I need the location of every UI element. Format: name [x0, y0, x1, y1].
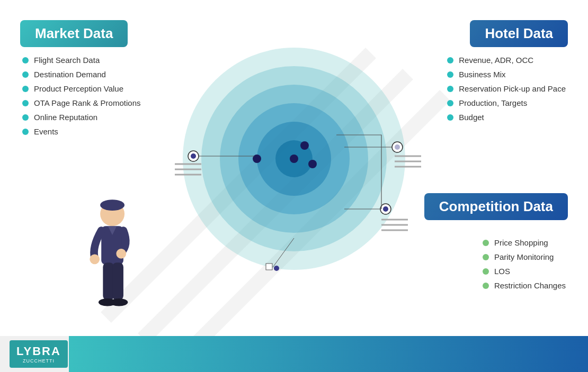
list-item: Reservation Pick-up and Pace [447, 84, 566, 93]
bottom-bar: LYBRA ZUCCHETTI [0, 336, 588, 372]
svg-point-42 [110, 298, 128, 306]
bullet-dot [447, 114, 453, 121]
bullet-dot [22, 71, 29, 78]
svg-point-37 [90, 254, 100, 264]
list-item: OTA Page Rank & Promotions [22, 98, 140, 107]
bullet-dot [447, 100, 453, 106]
radar-diagram [177, 42, 411, 275]
person-figure [82, 197, 140, 324]
svg-point-30 [290, 155, 298, 163]
competition-data-header: Competition Data [424, 193, 568, 220]
list-item: Business Mix [447, 70, 566, 79]
list-item: Parity Monitoring [483, 252, 566, 261]
bullet-dot [22, 100, 29, 106]
bullet-dot [447, 57, 453, 63]
market-data-header: Market Data [20, 20, 128, 47]
hotel-data-badge: Hotel Data [470, 20, 568, 47]
list-item: Budget [447, 113, 566, 122]
bullet-dot [22, 57, 29, 63]
bullet-dot [447, 71, 453, 78]
hotel-data-header: Hotel Data [470, 20, 568, 47]
bullet-dot [22, 129, 29, 135]
competition-data-list: Price Shopping Parity Monitoring LOS Res… [483, 238, 566, 295]
list-item: Production, Targets [447, 98, 566, 107]
bullet-dot [483, 240, 489, 246]
list-item: Product Perception Value [22, 84, 140, 93]
list-item: Price Shopping [483, 238, 566, 247]
lybra-logo: LYBRA ZUCCHETTI [10, 340, 68, 368]
svg-point-35 [100, 199, 124, 211]
bullet-dot [22, 114, 29, 121]
svg-rect-40 [112, 262, 123, 300]
bullet-dot [22, 86, 29, 92]
bullet-dot [483, 283, 489, 289]
hotel-data-list: Revenue, ADR, OCC Business Mix Reservati… [447, 56, 566, 127]
bullet-dot [483, 254, 489, 260]
list-item: Restriction Changes [483, 281, 566, 290]
svg-point-31 [253, 155, 261, 163]
market-data-badge: Market Data [20, 20, 128, 47]
list-item: Flight Search Data [22, 56, 140, 65]
bullet-dot [483, 268, 489, 275]
list-item: Destination Demand [22, 70, 140, 79]
list-item: Revenue, ADR, OCC [447, 56, 566, 65]
list-item: Events [22, 127, 140, 136]
brand-sub: ZUCCHETTI [23, 358, 55, 364]
competition-data-badge: Competition Data [424, 193, 568, 220]
svg-point-38 [116, 249, 126, 259]
list-item: Online Reputation [22, 113, 140, 122]
list-item: LOS [483, 267, 566, 276]
brand-name: LYBRA [16, 344, 61, 358]
bullet-dot [447, 86, 453, 92]
market-data-list: Flight Search Data Destination Demand Pr… [22, 56, 140, 141]
svg-point-32 [300, 141, 309, 150]
svg-point-33 [308, 160, 317, 168]
